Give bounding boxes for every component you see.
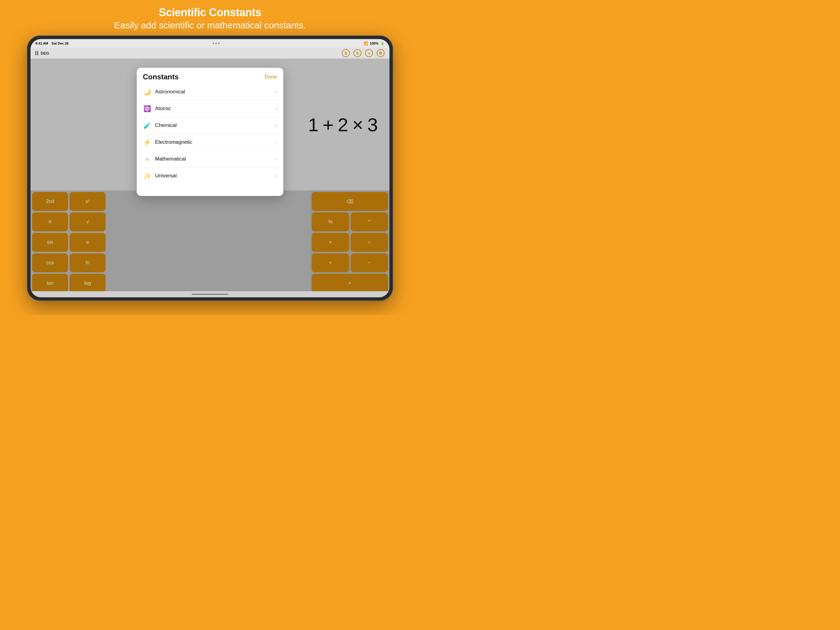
sidebar-toggle-icon[interactable]	[35, 51, 38, 55]
hero-title: Scientific Constants	[114, 6, 306, 19]
modal-item-universal[interactable]: ✨ Universal ›	[137, 167, 283, 184]
mathematical-label: Mathematical	[155, 156, 276, 162]
battery-icon: 🔋	[381, 41, 385, 46]
toolbar-left: DEG	[35, 51, 49, 55]
dot-1	[213, 43, 214, 44]
ipad-screen: 9:41 AM Sat Dec 28 📶 100% 🔋	[30, 39, 390, 297]
modal-item-mathematical[interactable]: √x Mathematical ›	[137, 151, 283, 167]
hero-text: Scientific Constants Easily add scientif…	[114, 6, 306, 30]
s-icon-btn[interactable]: S	[354, 49, 362, 57]
hero-subtitle: Easily add scientific or mathematical co…	[114, 20, 306, 30]
astronomical-chevron: ›	[276, 90, 277, 94]
mathematical-chevron: ›	[276, 156, 277, 161]
status-center	[213, 43, 219, 44]
home-indicator	[192, 294, 228, 295]
calc-toolbar: DEG $ S + ⚙	[30, 47, 390, 58]
mathematical-icon: √x	[143, 155, 152, 163]
modal-list: 🌙 Astronomical › ⚛️ Atomic › 🧪	[137, 84, 283, 196]
wifi-icon: 📶	[364, 41, 368, 46]
universal-chevron: ›	[276, 174, 277, 178]
status-bar: 9:41 AM Sat Dec 28 📶 100% 🔋	[30, 39, 390, 47]
electromagnetic-icon: ⚡	[143, 138, 152, 147]
universal-label: Universal	[155, 173, 276, 179]
deg-mode[interactable]: DEG	[41, 51, 49, 55]
main-area: 1 + 2 × 3 2nd x² π √	[30, 58, 390, 291]
status-right: 📶 100% 🔋	[364, 41, 385, 46]
home-bar	[30, 291, 390, 297]
settings-icon-btn[interactable]: ⚙	[377, 49, 385, 57]
status-time: 9:41 AM	[35, 41, 48, 45]
dot-2	[215, 43, 217, 44]
modal-header: Constants Done	[137, 68, 283, 84]
chemical-label: Chemical	[155, 122, 276, 128]
currency-icon-btn[interactable]: $	[342, 49, 350, 57]
toolbar-right: $ S + ⚙	[342, 49, 385, 57]
modal-title: Constants	[143, 73, 178, 81]
universal-icon: ✨	[143, 172, 152, 180]
electromagnetic-chevron: ›	[276, 140, 277, 145]
astronomical-label: Astronomical	[155, 89, 276, 95]
electromagnetic-label: Electromagnetic	[155, 139, 276, 145]
constants-modal: Constants Done 🌙 Astronomical › ⚛️	[137, 68, 283, 196]
ipad-content: 9:41 AM Sat Dec 28 📶 100% 🔋	[30, 39, 390, 297]
atomic-label: Atomic	[155, 106, 276, 112]
modal-item-chemical[interactable]: 🧪 Chemical ›	[137, 117, 283, 134]
atomic-icon: ⚛️	[143, 104, 152, 113]
status-left: 9:41 AM Sat Dec 28	[35, 41, 69, 45]
modal-item-astronomical[interactable]: 🌙 Astronomical ›	[137, 84, 283, 100]
modal-overlay: Constants Done 🌙 Astronomical › ⚛️	[30, 58, 390, 291]
modal-item-atomic[interactable]: ⚛️ Atomic ›	[137, 100, 283, 117]
chemical-chevron: ›	[276, 123, 277, 128]
dot-3	[218, 43, 219, 44]
ipad-frame: 9:41 AM Sat Dec 28 📶 100% 🔋	[27, 35, 393, 301]
add-icon-btn[interactable]: +	[365, 49, 373, 57]
modal-done-button[interactable]: Done	[265, 73, 277, 80]
battery-percent: 100%	[370, 41, 379, 45]
chemical-icon: 🧪	[143, 121, 152, 130]
modal-item-electromagnetic[interactable]: ⚡ Electromagnetic ›	[137, 134, 283, 151]
astronomical-icon: 🌙	[143, 88, 152, 96]
atomic-chevron: ›	[276, 106, 277, 111]
status-date: Sat Dec 28	[52, 41, 69, 45]
